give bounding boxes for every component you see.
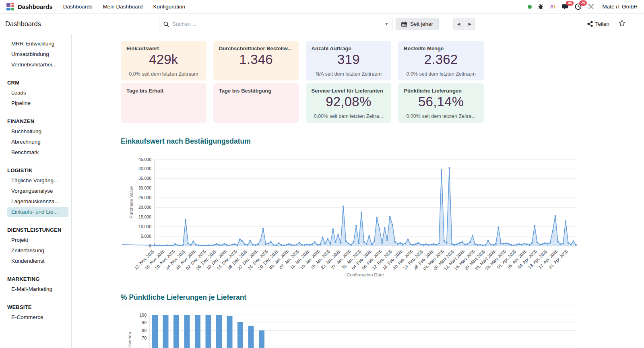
kpi-subtitle: 0,00% seit dem letzten Zeitra... [309, 113, 388, 119]
sidebar-item[interactable]: Abrechnung [0, 137, 71, 147]
kpi-value: 2.362 [404, 52, 478, 67]
svg-text:45.000: 45.000 [138, 157, 151, 162]
favorite-star-icon[interactable] [618, 19, 626, 27]
sidebar-item[interactable]: Leads [0, 88, 71, 98]
menu-mein-dashboard[interactable]: Mein Dashboard [103, 4, 143, 10]
kpi-title: Einkaufswert [126, 45, 201, 51]
svg-text:25.000: 25.000 [138, 195, 151, 200]
kpi-title: Anzahl Aufträge [312, 45, 386, 51]
share-icon [587, 21, 593, 27]
sidebar-item[interactable]: Umsatzbindung [0, 49, 71, 59]
purchase-value-section: Einkaufswert nach Bestätigungsdatum 45.0… [121, 137, 577, 280]
main-menu: Dashboards Mein Dashboard Konfiguration [63, 4, 185, 10]
share-button[interactable]: Teilen [587, 14, 609, 34]
purchase-value-line-chart[interactable]: 45.00040.00035.00030.00025.00020.00015.0… [121, 156, 577, 280]
search-box: ▼ [159, 18, 392, 30]
tools-icon[interactable] [588, 3, 594, 10]
kpi-card[interactable]: Tage bis Erhalt [121, 83, 206, 123]
kpi-card[interactable]: Service-Level für Lieferanten92,08%0,00%… [306, 83, 392, 123]
svg-text:15.000: 15.000 [138, 214, 151, 219]
app-logo-icon[interactable] [6, 3, 14, 10]
sidebar-item-active[interactable]: Einkaufs- und Lie... [7, 207, 68, 217]
next-period-button[interactable]: ▶ [464, 18, 475, 30]
bar-chart-title: % Pünktliche Lieferungen je Lieferant [121, 293, 577, 302]
sidebar-section-marketing: MARKETING [0, 274, 71, 284]
search-dropdown-caret-icon[interactable]: ▼ [381, 18, 392, 30]
share-label: Teilen [595, 21, 609, 27]
svg-text:5.000: 5.000 [141, 234, 151, 239]
menu-konfiguration[interactable]: Konfiguration [153, 4, 186, 10]
kpi-value: 92,08% [312, 94, 386, 109]
messages-badge: 45 [566, 1, 574, 6]
kpi-card[interactable]: Pünktliche Lieferungen56,14%0,00% seit d… [398, 83, 484, 123]
kpi-value: 56,14% [404, 94, 478, 109]
dashboard-sidebar: MRR-EntwicklungUmsatzbindungVertriebsmit… [0, 34, 72, 348]
app-title: Dashboards [18, 3, 53, 10]
line-chart-xlabel: Confirmation Date [347, 272, 384, 277]
activities-clock-icon[interactable]: 29 [575, 3, 582, 10]
kpi-subtitle: N/A seit dem letzten Zeitraum [309, 71, 388, 77]
sidebar-item[interactable]: Vorgangsanalyse [0, 186, 71, 196]
bar-chart-ylabel: % On-Time Deliveries [127, 332, 132, 348]
svg-text:90: 90 [142, 320, 147, 325]
ai-assistant-icon[interactable]: AI [550, 4, 555, 10]
kpi-card[interactable]: Bestellte Menge2.3620,0% seit dem letzte… [398, 41, 484, 80]
sidebar-item[interactable]: Benchmark [0, 147, 71, 157]
breadcrumb[interactable]: Dashboards [5, 14, 41, 34]
top-navbar: Dashboards Dashboards Mein Dashboard Kon… [0, 0, 644, 14]
svg-text:10.000: 10.000 [138, 224, 151, 229]
sidebar-item[interactable]: Projekt [0, 235, 71, 245]
kpi-title: Tage bis Erhalt [126, 88, 201, 94]
kpi-title: Durchschnittlicher Bestellw... [219, 45, 293, 51]
sidebar-item[interactable]: Tägliche Vorgäng... [0, 175, 71, 185]
sidebar-item[interactable]: Zeiterfassung [0, 245, 71, 255]
kpi-title: Service-Level für Lieferanten [312, 88, 386, 94]
svg-text:100: 100 [139, 313, 147, 317]
bug-icon[interactable] [538, 4, 544, 10]
section-divider [121, 305, 577, 305]
sidebar-item[interactable]: Buchhaltung [0, 126, 71, 136]
dashboard-main: Einkaufswert429k0,0% seit dem letzten Ze… [72, 34, 644, 348]
sidebar-item[interactable]: E-Mail-Marketing [0, 284, 71, 294]
sidebar-item[interactable]: E-Commerce [0, 312, 71, 322]
sidebar-section-logistik: LOGISTIK [0, 166, 71, 175]
kpi-value: 319 [312, 52, 386, 67]
kpi-title: Bestellte Menge [404, 45, 478, 51]
activities-badge: 29 [579, 0, 587, 6]
line-chart-title: Einkaufswert nach Bestätigungsdatum [121, 137, 577, 146]
search-input[interactable] [172, 21, 381, 27]
sidebar-item[interactable]: Pipeline [0, 98, 71, 108]
svg-text:30.000: 30.000 [138, 185, 151, 190]
on-time-deliveries-bar-chart[interactable]: 100908070% On-Time Deliveries [121, 311, 577, 348]
svg-text:20.000: 20.000 [138, 205, 151, 210]
prev-period-button[interactable]: ◀ [453, 18, 464, 30]
section-divider [121, 149, 577, 149]
kpi-card[interactable]: Anzahl Aufträge319N/A seit dem letzten Z… [306, 41, 392, 80]
kpi-subtitle: 0,0% seit dem letzten Zeitraum [401, 71, 481, 77]
date-filter-button[interactable]: Seit jeher [396, 18, 439, 30]
svg-text:80: 80 [142, 328, 147, 333]
menu-dashboards[interactable]: Dashboards [63, 4, 93, 10]
calendar-icon [401, 21, 407, 27]
sidebar-item[interactable]: Kundendienst [0, 256, 71, 266]
kpi-subtitle: 0,00% seit dem letzten Zeitra... [401, 113, 481, 119]
kpi-card[interactable]: Tage bis Bestätigung [213, 83, 299, 123]
sidebar-item[interactable]: Vertriebsmitarbei... [0, 60, 71, 70]
svg-text:40.000: 40.000 [138, 166, 151, 171]
kpi-title: Pünktliche Lieferungen [404, 88, 478, 94]
sidebar-section-crm: CRM [0, 78, 71, 87]
kpi-value: 1.346 [219, 52, 293, 67]
svg-text:70: 70 [142, 336, 147, 340]
kpi-title: Tage bis Bestätigung [219, 88, 293, 94]
kpi-card[interactable]: Einkaufswert429k0,0% seit dem letzten Ze… [121, 41, 206, 80]
kpi-card[interactable]: Durchschnittlicher Bestellw...1.346 [213, 41, 299, 80]
date-filter-label: Seit jeher [410, 21, 433, 27]
online-status-icon [528, 5, 532, 9]
line-chart-ylabel: Purchase Value [129, 186, 134, 218]
sidebar-item[interactable]: MRR-Entwicklung [0, 39, 71, 49]
messages-icon[interactable]: 45 [561, 4, 569, 10]
company-name[interactable]: Mate iT GmbH [602, 4, 638, 10]
sidebar-section-website: WEBSITE [0, 303, 71, 312]
sidebar-item[interactable]: Lagerhauskennza... [0, 196, 71, 206]
kpi-value: 429k [126, 52, 201, 67]
